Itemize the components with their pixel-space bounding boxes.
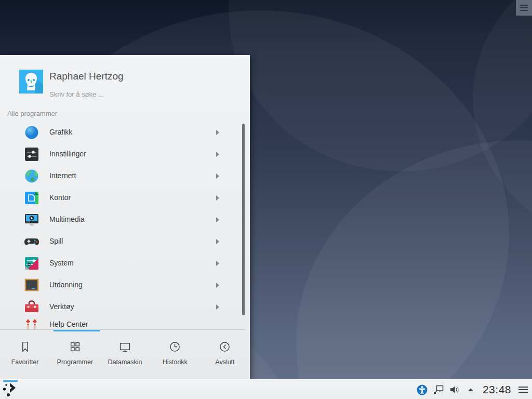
application-launcher-menu: Raphael Hertzog Skriv for å søke ... All… bbox=[0, 55, 250, 379]
section-label: Alle programmer bbox=[7, 110, 57, 117]
submenu-arrow-icon bbox=[216, 283, 219, 288]
tab-programmer[interactable]: Programmer bbox=[50, 331, 100, 379]
monitor-icon bbox=[119, 341, 131, 353]
multimedia-icon bbox=[24, 212, 39, 228]
footer-divider bbox=[0, 329, 245, 330]
tab-historikk[interactable]: Historikk bbox=[150, 331, 200, 379]
category-row-multimedia[interactable]: Multimedia bbox=[0, 209, 250, 231]
tab-avslutt[interactable]: Avslutt bbox=[200, 331, 250, 379]
office-icon bbox=[24, 190, 39, 206]
expand-tray-arrow[interactable] bbox=[465, 384, 476, 395]
graphics-icon bbox=[24, 125, 39, 140]
app-launcher-button[interactable] bbox=[1, 380, 19, 399]
submenu-arrow-icon bbox=[216, 130, 219, 135]
help-center-icon bbox=[24, 317, 39, 329]
category-row-internett[interactable]: Internett bbox=[0, 165, 250, 187]
category-row-kontor[interactable]: Kontor bbox=[0, 187, 250, 209]
leave-icon bbox=[219, 341, 231, 353]
taskbar-panel: 23:48 bbox=[0, 379, 532, 399]
hamburger-icon bbox=[520, 3, 528, 12]
category-row-grafikk[interactable]: Grafikk bbox=[0, 122, 250, 143]
list-scrollbar[interactable] bbox=[242, 124, 245, 315]
panel-menu-icon[interactable] bbox=[517, 384, 529, 395]
games-icon bbox=[24, 234, 39, 249]
user-avatar[interactable] bbox=[19, 70, 43, 94]
utilities-icon bbox=[24, 299, 39, 315]
submenu-arrow-icon bbox=[216, 239, 219, 244]
category-list: Grafikk Innstillinger bbox=[0, 122, 250, 329]
panel-clock[interactable]: 23:48 bbox=[481, 383, 513, 396]
settings-icon bbox=[24, 147, 39, 162]
submenu-arrow-icon bbox=[216, 261, 219, 266]
submenu-arrow-icon bbox=[216, 217, 219, 222]
system-icon bbox=[24, 256, 39, 271]
submenu-arrow-icon bbox=[216, 195, 219, 201]
desktop: Raphael Hertzog Skriv for å søke ... All… bbox=[0, 0, 532, 399]
submenu-arrow-icon bbox=[216, 174, 219, 179]
clock-icon bbox=[169, 341, 181, 353]
active-launcher-indicator bbox=[3, 380, 18, 382]
category-row-spill[interactable]: Spill bbox=[0, 231, 250, 252]
network-icon[interactable] bbox=[433, 384, 444, 395]
submenu-arrow-icon bbox=[216, 152, 219, 157]
system-tray: 23:48 bbox=[417, 380, 529, 399]
user-name: Raphael Hertzog bbox=[49, 71, 124, 82]
grid-icon bbox=[69, 341, 81, 353]
bookmark-icon bbox=[19, 341, 31, 353]
category-row-system[interactable]: System bbox=[0, 252, 250, 274]
tab-favoritter[interactable]: Favoritter bbox=[0, 331, 50, 379]
internet-icon bbox=[24, 168, 39, 184]
desktop-toolbox-button[interactable] bbox=[516, 0, 532, 16]
tab-datamaskin[interactable]: Datamaskin bbox=[100, 331, 150, 379]
category-row-innstillinger[interactable]: Innstillinger bbox=[0, 143, 250, 165]
menu-tab-bar: Favoritter Programmer bbox=[0, 331, 250, 379]
education-icon bbox=[24, 277, 39, 293]
search-input[interactable]: Skriv for å søke ... bbox=[49, 90, 104, 98]
category-row-help-center[interactable]: Help Center bbox=[0, 314, 250, 329]
submenu-arrow-icon bbox=[216, 304, 219, 310]
accessibility-icon[interactable] bbox=[417, 384, 428, 395]
volume-icon[interactable] bbox=[449, 384, 460, 395]
category-row-utdanning[interactable]: Utdanning bbox=[0, 274, 250, 296]
kali-logo-icon bbox=[1, 380, 19, 399]
